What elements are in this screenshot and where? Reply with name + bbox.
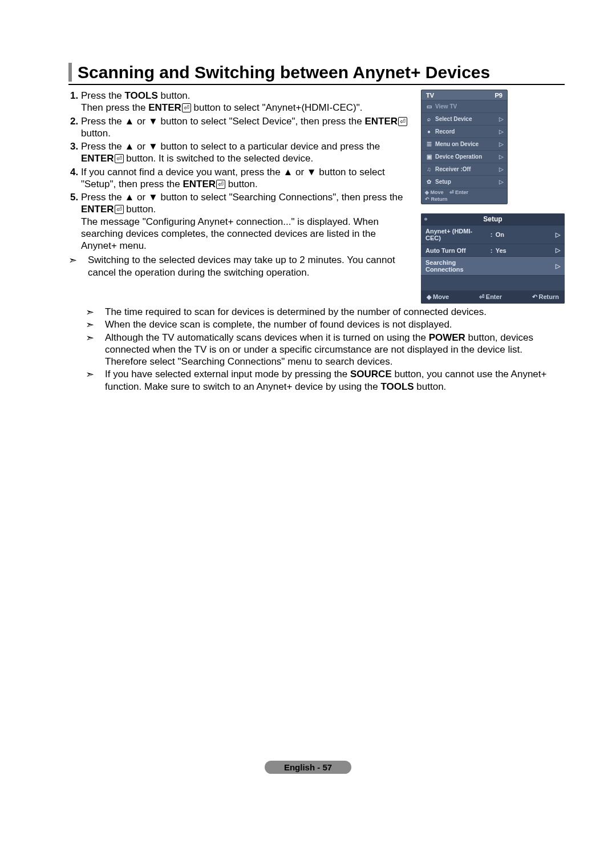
step-5: Press the ▲ or ▼ button to select "Searc… xyxy=(81,191,411,252)
chevron-right-icon: ▷ xyxy=(499,166,504,172)
note-item: When the device scan is complete, the nu… xyxy=(86,318,565,330)
osd1-top-left: TV xyxy=(426,92,434,99)
osd1-row-menu-on-device[interactable]: ☰ Menu on Device ▷ xyxy=(422,138,507,150)
osd1-hints2: ↶ Return xyxy=(422,196,507,204)
menu-icon: ☰ xyxy=(425,141,433,147)
hint-return: ↶ Return xyxy=(425,196,448,202)
osd2-hints: ◆ Move ⏎ Enter ↶ Return xyxy=(421,291,565,304)
osd2-row-searching-connections[interactable]: Searching Connections ▷ xyxy=(421,257,565,276)
chevron-right-icon: ▷ xyxy=(499,154,504,160)
step-4: If you cannot find a device you want, pr… xyxy=(81,166,411,191)
step-3: Press the ▲ or ▼ button to select to a p… xyxy=(81,140,411,165)
enter-icon: ⏎ xyxy=(398,117,407,126)
enter-icon: ⏎ xyxy=(115,154,124,163)
osd1-top: TV P9 xyxy=(422,90,507,100)
enter-icon: ⏎ xyxy=(182,103,191,112)
hint-move: ◆ Move xyxy=(425,189,444,195)
osd2-spacer xyxy=(421,276,565,291)
hint-return: ↶ Return xyxy=(532,293,560,301)
title-side-mark xyxy=(68,63,72,82)
osd2-row-anynet[interactable]: Anynet+ (HDMI-CEC) : On ▷ xyxy=(421,225,565,244)
chevron-right-icon: ▷ xyxy=(549,263,560,270)
note-item: The time required to scan for devices is… xyxy=(86,306,565,318)
hint-move: ◆ Move xyxy=(427,293,449,301)
hint-enter: ⏎ Enter xyxy=(479,293,502,301)
tv-icon: ▭ xyxy=(425,103,433,110)
enter-icon: ⏎ xyxy=(216,180,225,189)
notes-full: The time required to scan for devices is… xyxy=(68,306,565,393)
notes-inline: Switching to the selected devices may ta… xyxy=(68,254,411,278)
select-icon: ⌕ xyxy=(425,116,433,122)
chevron-right-icon: ▷ xyxy=(549,231,560,239)
content-row: Press the TOOLS button. Then press the E… xyxy=(68,90,565,304)
note-item: Switching to the selected devices may ta… xyxy=(68,254,411,278)
osd1-row-view-tv[interactable]: ▭ View TV xyxy=(422,100,507,112)
steps-list: Press the TOOLS button. Then press the E… xyxy=(68,90,411,252)
page-footer: English - 57 xyxy=(0,761,616,774)
note-item: Although the TV automatically scans devi… xyxy=(86,332,565,368)
osd1-hints: ◆ Move ⏎ Enter xyxy=(422,188,507,196)
hint-enter: ⏎ Enter xyxy=(449,189,469,195)
chevron-right-icon: ▷ xyxy=(499,179,504,185)
osd-setup-menu: Setup Anynet+ (HDMI-CEC) : On ▷ Auto Tur… xyxy=(421,213,565,304)
osd1-row-receiver[interactable]: ♫ Receiver :Off ▷ xyxy=(422,163,507,175)
osd-anynet-menu: TV P9 ▭ View TV ⌕ Select Device ▷ ● Reco… xyxy=(421,90,508,204)
chevron-right-icon: ▷ xyxy=(499,128,504,135)
osd1-top-right: P9 xyxy=(495,92,502,99)
side-panels: TV P9 ▭ View TV ⌕ Select Device ▷ ● Reco… xyxy=(421,90,565,304)
enter-icon: ⏎ xyxy=(115,205,124,214)
chevron-right-icon: ▷ xyxy=(549,247,560,254)
instructions-column: Press the TOOLS button. Then press the E… xyxy=(68,90,411,304)
osd1-row-record[interactable]: ● Record ▷ xyxy=(422,125,507,138)
osd1-row-select-device[interactable]: ⌕ Select Device ▷ xyxy=(422,112,507,125)
footer-pill: English - 57 xyxy=(265,761,351,774)
page-title: Scanning and Switching between Anynet+ D… xyxy=(78,63,490,82)
step-2: Press the ▲ or ▼ button to select "Selec… xyxy=(81,115,411,140)
step-1: Press the TOOLS button. Then press the E… xyxy=(81,90,411,114)
osd2-row-auto-turn-off[interactable]: Auto Turn Off : Yes ▷ xyxy=(421,244,565,257)
gear-icon: ✿ xyxy=(425,179,433,185)
osd1-row-device-operation[interactable]: ▣ Device Operation ▷ xyxy=(422,150,507,163)
record-icon: ● xyxy=(425,128,433,135)
osd2-title: Setup xyxy=(421,213,565,225)
chevron-right-icon: ▷ xyxy=(499,116,504,122)
note-item: If you have selected external input mode… xyxy=(86,368,565,393)
osd1-row-setup[interactable]: ✿ Setup ▷ xyxy=(422,175,507,188)
receiver-icon: ♫ xyxy=(425,166,433,172)
chevron-right-icon: ▷ xyxy=(499,141,504,147)
device-icon: ▣ xyxy=(425,154,433,160)
page-title-bar: Scanning and Switching between Anynet+ D… xyxy=(68,63,565,85)
